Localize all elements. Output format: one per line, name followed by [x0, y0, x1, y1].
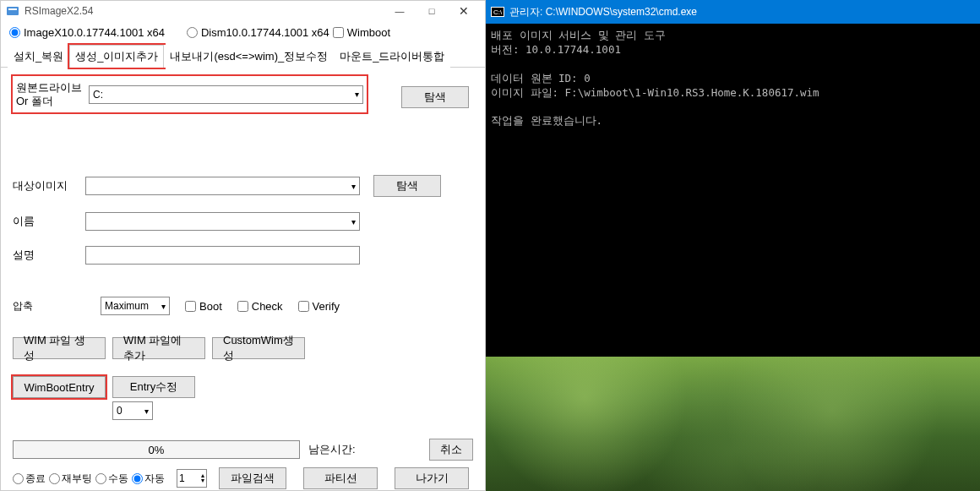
- manual-radio[interactable]: [95, 473, 106, 484]
- wim-append-button[interactable]: WIM 파일에 추가: [112, 337, 205, 359]
- compress-combo[interactable]: Maximum ▾: [101, 297, 170, 315]
- cmd-output: 배포 이미지 서비스 및 관리 도구 버전: 10.0.17744.1001 데…: [486, 24, 980, 357]
- minimize-button[interactable]: —: [384, 1, 416, 21]
- dism-radio[interactable]: [187, 27, 198, 38]
- file-search-button[interactable]: 파일검색: [219, 467, 286, 489]
- cmd-title: 관리자: C:\WINDOWS\system32\cmd.exe: [509, 5, 697, 19]
- tab-export-editinfo[interactable]: 내보내기(esd<=>wim)_정보수정: [164, 45, 334, 68]
- chevron-down-icon: ▾: [144, 406, 149, 416]
- tab-mount-driver[interactable]: 마운트_드라이버통합: [334, 45, 450, 68]
- wimboot-entry-button[interactable]: WimBootEntry: [13, 376, 106, 398]
- svg-rect-0: [7, 7, 19, 15]
- remain-label: 남은시간:: [308, 442, 356, 457]
- entry-edit-button[interactable]: Entry수정: [112, 376, 195, 398]
- chevron-down-icon: ▾: [355, 90, 359, 99]
- spinner-arrows-icon: ▴▾: [201, 473, 204, 484]
- source-drive-combo[interactable]: C: ▾: [89, 85, 363, 104]
- exit-button[interactable]: 나가기: [395, 467, 469, 489]
- browse-source-button[interactable]: 탐색: [401, 86, 469, 108]
- desc-input[interactable]: [85, 246, 360, 265]
- tab-create-addimage[interactable]: 생성_이미지추가: [69, 45, 164, 68]
- browse-target-button[interactable]: 탐색: [373, 175, 441, 197]
- reboot-radio[interactable]: [49, 473, 60, 484]
- boot-checkbox[interactable]: [185, 301, 196, 312]
- chevron-down-icon: ▾: [351, 217, 356, 226]
- target-image-combo[interactable]: ▾: [85, 177, 360, 195]
- chevron-down-icon: ▾: [351, 182, 356, 191]
- auto-radio[interactable]: [132, 473, 143, 484]
- wimboot-label: Wimboot: [347, 26, 390, 39]
- dism-label: Dism10.0.17744.1001 x64: [201, 26, 329, 39]
- app-icon: [6, 4, 19, 18]
- window-title: RSImageX2.54: [24, 5, 384, 17]
- cancel-button[interactable]: 취소: [429, 439, 473, 461]
- maximize-button[interactable]: □: [416, 1, 448, 21]
- partition-button[interactable]: 파티션: [303, 467, 378, 489]
- name-combo[interactable]: ▾: [85, 212, 360, 231]
- desc-label: 설명: [13, 248, 85, 263]
- check-checkbox[interactable]: [237, 301, 248, 312]
- interval-spinner[interactable]: 1 ▴▾: [177, 469, 207, 488]
- close-button[interactable]: ✕: [448, 1, 480, 21]
- svg-rect-1: [8, 8, 17, 10]
- verify-checkbox[interactable]: [298, 301, 309, 312]
- entry-index-combo[interactable]: 0 ▾: [112, 401, 153, 420]
- chevron-down-icon: ▾: [161, 302, 166, 311]
- tab-install-restore[interactable]: 설치_복원: [8, 45, 69, 68]
- source-drive-label: 원본드라이브 Or 폴더: [16, 81, 89, 107]
- wimboot-checkbox[interactable]: [333, 27, 344, 38]
- wim-create-button[interactable]: WIM 파일 생성: [13, 337, 106, 359]
- target-image-label: 대상이미지: [13, 178, 85, 194]
- cmd-icon: C:\: [491, 7, 504, 17]
- imagex-radio[interactable]: [9, 27, 20, 38]
- progress-bar: 0%: [13, 440, 300, 459]
- custom-wim-button[interactable]: CustomWim생성: [212, 337, 305, 359]
- poweroff-radio[interactable]: [13, 473, 24, 484]
- compress-label: 압축: [13, 299, 85, 314]
- desktop-wallpaper: [486, 357, 980, 491]
- imagex-label: ImageX10.0.17744.1001 x64: [24, 26, 165, 39]
- name-label: 이름: [13, 214, 85, 229]
